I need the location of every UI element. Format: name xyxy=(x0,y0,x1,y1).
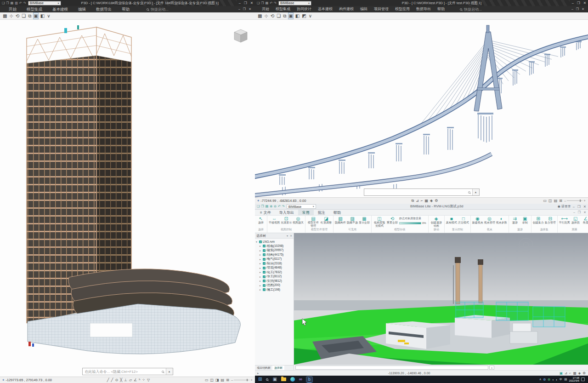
tree-item-row[interactable]: ▸ ✓ /水工(8112) xyxy=(256,274,294,279)
notification-center-icon[interactable] xyxy=(581,377,585,381)
menu-item[interactable]: 项目管理 xyxy=(371,6,392,12)
textured-view-icon[interactable]: ◩ xyxy=(302,13,306,19)
checkbox-checked-icon[interactable]: ✓ xyxy=(263,267,266,269)
checkbox-checked-icon[interactable]: ✓ xyxy=(263,280,266,282)
new-file-icon[interactable]: ❏ xyxy=(2,1,5,5)
menu-item[interactable]: 构件建模 xyxy=(336,6,357,12)
tray-expand-icon[interactable]: ∧ xyxy=(539,377,542,381)
ribbon-button[interactable]: ▣录制 xyxy=(520,216,530,224)
ribbon-button[interactable]: ⊟集合管理 xyxy=(544,216,556,224)
command-history-button[interactable]: ▲ xyxy=(166,368,173,375)
pan-icon[interactable]: ⊹ xyxy=(9,13,13,19)
realistic-view-icon[interactable]: ◧ xyxy=(40,13,45,19)
tree-item-row[interactable]: ▸ ✓ /施工(198) xyxy=(256,288,294,292)
visual-studio-icon[interactable]: ∞ xyxy=(299,376,302,383)
zoom-slider[interactable]: –+ xyxy=(231,378,253,382)
expand-caret-icon[interactable]: ▸ xyxy=(260,249,262,252)
ribbon-button[interactable]: ⟲重置全部 xyxy=(386,216,398,224)
export-icon[interactable]: ⊖ xyxy=(274,205,277,208)
region-select-icon[interactable]: ▩ xyxy=(258,13,262,19)
doc-close-button[interactable]: ✕ xyxy=(582,7,584,11)
two-view-icon[interactable]: ◫ xyxy=(210,378,214,382)
tab-file[interactable]: ≡ 文件 xyxy=(256,210,275,216)
ribbon-button[interactable]: ⇔平移视图 xyxy=(268,216,280,224)
restore-button[interactable]: ❐ xyxy=(577,1,580,5)
render-mode-icon[interactable]: ▣ xyxy=(560,371,563,375)
doc-restore-button[interactable]: ❐ xyxy=(243,7,246,11)
minimize-button[interactable]: – xyxy=(572,1,574,5)
undo-icon[interactable]: ↶ xyxy=(19,1,22,5)
doc-minimize-button[interactable]: – xyxy=(238,7,240,11)
ribbon-button[interactable]: ▦显示全部 xyxy=(358,216,370,224)
new-file-icon[interactable]: ❏ xyxy=(257,205,260,208)
menu-item[interactable]: 开始 xyxy=(259,6,272,12)
redo-icon[interactable]: ↷ xyxy=(274,1,277,5)
workspace-dropdown[interactable]: BIMBase▾ xyxy=(287,204,316,209)
redo-icon[interactable]: ↷ xyxy=(282,205,285,208)
menu-item[interactable]: 模型集成 xyxy=(272,6,294,12)
expand-caret-icon[interactable]: ▸ xyxy=(260,280,262,282)
checkbox-checked-icon[interactable]: ✓ xyxy=(263,262,266,265)
ortho-icon[interactable]: ⌐ xyxy=(569,371,571,375)
pan-icon[interactable]: ⊹ xyxy=(264,13,268,19)
doc-restore-button[interactable]: ❐ xyxy=(578,211,581,214)
save-icon[interactable]: ▤ xyxy=(11,1,14,5)
menu-item[interactable]: 基本建模 xyxy=(315,6,336,12)
tree-item-row[interactable]: ▸ ✓ /化工(7832) xyxy=(256,270,294,275)
quick-launch[interactable]: 快捷启动... xyxy=(147,7,169,12)
tree-item-row[interactable]: ▸ ✓ /电气(6117) xyxy=(256,257,294,262)
slope-icon[interactable]: ⊿ xyxy=(416,199,419,203)
orbit-icon[interactable]: ⟲ xyxy=(271,13,274,19)
close-button[interactable]: ✕ xyxy=(583,1,586,5)
building-viewport[interactable]: ▲ xyxy=(0,20,255,377)
quick-launch[interactable]: 快捷启动... xyxy=(460,7,482,12)
file-explorer-icon[interactable] xyxy=(281,377,286,381)
expand-caret-icon[interactable]: ▸ xyxy=(260,271,262,274)
ortho-icon[interactable]: ⌐ xyxy=(421,199,423,203)
ribbon-button[interactable]: ◉新建视点 xyxy=(472,216,484,224)
edge-browser-icon[interactable] xyxy=(290,377,295,382)
close-button[interactable]: ✕ xyxy=(583,205,586,209)
menu-item[interactable]: 开始 xyxy=(4,6,22,12)
play-icon[interactable]: ▸ xyxy=(257,372,259,375)
checkbox-checked-icon[interactable]: ✓ xyxy=(263,249,266,252)
ribbon-button[interactable]: ∠角度 xyxy=(581,216,588,224)
tab-common[interactable]: 常用 xyxy=(298,210,314,216)
command-history-button[interactable]: ▲ xyxy=(472,189,479,195)
taskbar-search-icon[interactable] xyxy=(266,376,268,383)
tab-import-export[interactable]: 导入导出 xyxy=(275,210,298,216)
grid-icon[interactable]: ▦ xyxy=(573,371,576,375)
collapse-caret-icon[interactable]: ▾ xyxy=(256,240,258,243)
save-all-icon[interactable]: ▥ xyxy=(15,1,18,5)
tray-app-icon[interactable]: ◍ xyxy=(548,377,550,381)
ribbon-button[interactable]: ▨隐藏不选 xyxy=(346,216,358,224)
ribbon-button[interactable]: ⟷平行距离 xyxy=(559,216,571,224)
toolbar-expand-icon[interactable]: ∨ xyxy=(309,13,312,19)
keyboard-icon[interactable]: ▤ xyxy=(564,377,567,381)
new-file-icon[interactable]: ❏ xyxy=(257,1,260,5)
command-search-icon[interactable] xyxy=(162,371,164,373)
ribbon-button[interactable]: ◪红显调整 xyxy=(320,216,332,224)
hidden-line-view-icon[interactable]: ⧉ xyxy=(28,13,31,19)
expand-caret-icon[interactable]: ▸ xyxy=(260,284,262,287)
bimbase-taskbar-icon[interactable]: b xyxy=(306,377,312,383)
menu-item[interactable]: 帮助 xyxy=(434,6,448,12)
perpendicular-snap-icon[interactable]: ⊥ xyxy=(124,378,127,382)
plant-viewport[interactable] xyxy=(294,233,588,365)
menu-item[interactable]: 协同设计 xyxy=(294,6,315,12)
expand-caret-icon[interactable]: ▸ xyxy=(260,262,262,265)
checkbox-checked-icon[interactable]: ✓ xyxy=(263,271,266,274)
ribbon-button[interactable]: ⊞创建集合 xyxy=(532,216,544,224)
single-view-icon[interactable]: ▭ xyxy=(205,378,209,382)
expand-caret-icon[interactable]: ▸ xyxy=(260,275,262,278)
start-button[interactable]: ⊞ xyxy=(258,376,262,383)
doc-close-button[interactable]: ✕ xyxy=(249,7,251,11)
close-button[interactable]: ✕ xyxy=(250,1,253,5)
undo-icon[interactable]: ↶ xyxy=(270,1,272,5)
single-view-icon[interactable]: ▭ xyxy=(543,199,547,203)
expand-caret-icon[interactable]: ▸ xyxy=(260,258,262,261)
hidden-line-view-icon[interactable]: ⧉ xyxy=(283,13,286,19)
tab-annotate[interactable]: 批注 xyxy=(314,210,329,216)
menu-item[interactable]: 数据导出 xyxy=(413,6,434,12)
ribbon-button[interactable]: ◎视点管理 xyxy=(484,216,496,224)
